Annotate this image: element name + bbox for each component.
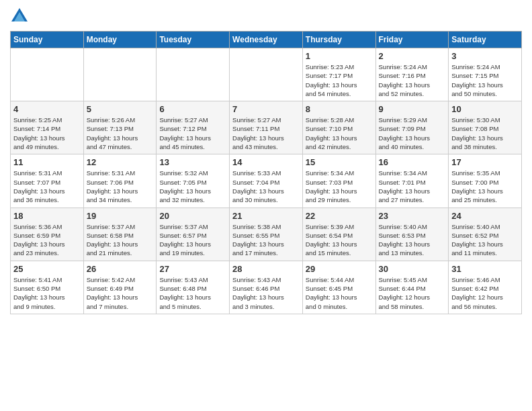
day-number: 29 xyxy=(306,264,373,274)
calendar-cell: 10Sunrise: 5:30 AM Sunset: 7:08 PM Dayli… xyxy=(449,101,522,154)
calendar-cell: 5Sunrise: 5:26 AM Sunset: 7:13 PM Daylig… xyxy=(83,101,157,154)
day-number: 15 xyxy=(306,157,373,167)
weekday-header-wednesday: Wednesday xyxy=(230,32,303,48)
day-detail: Sunrise: 5:32 AM Sunset: 7:05 PM Dayligh… xyxy=(159,169,226,204)
calendar-week-row: 1Sunrise: 5:23 AM Sunset: 7:17 PM Daylig… xyxy=(11,48,522,101)
calendar-cell: 4Sunrise: 5:25 AM Sunset: 7:14 PM Daylig… xyxy=(11,101,84,154)
day-detail: Sunrise: 5:24 AM Sunset: 7:15 PM Dayligh… xyxy=(451,62,519,98)
calendar-cell: 28Sunrise: 5:43 AM Sunset: 6:46 PM Dayli… xyxy=(230,261,303,314)
calendar-cell: 30Sunrise: 5:45 AM Sunset: 6:44 PM Dayli… xyxy=(375,261,449,314)
day-detail: Sunrise: 5:31 AM Sunset: 7:07 PM Dayligh… xyxy=(13,169,81,204)
calendar-cell: 19Sunrise: 5:37 AM Sunset: 6:58 PM Dayli… xyxy=(83,208,157,261)
day-detail: Sunrise: 5:27 AM Sunset: 7:11 PM Dayligh… xyxy=(232,116,300,151)
day-number: 31 xyxy=(451,264,519,274)
day-detail: Sunrise: 5:41 AM Sunset: 6:50 PM Dayligh… xyxy=(13,275,81,311)
day-detail: Sunrise: 5:44 AM Sunset: 6:45 PM Dayligh… xyxy=(306,275,373,311)
weekday-header-tuesday: Tuesday xyxy=(157,32,230,48)
day-number: 3 xyxy=(451,51,519,61)
logo xyxy=(10,7,32,26)
day-number: 16 xyxy=(379,157,446,167)
day-number: 12 xyxy=(87,157,154,167)
day-detail: Sunrise: 5:24 AM Sunset: 7:16 PM Dayligh… xyxy=(379,62,446,98)
calendar-cell xyxy=(83,48,157,101)
day-detail: Sunrise: 5:38 AM Sunset: 6:55 PM Dayligh… xyxy=(232,222,300,258)
weekday-header-saturday: Saturday xyxy=(449,32,522,48)
day-number: 8 xyxy=(306,104,373,114)
calendar-table: SundayMondayTuesdayWednesdayThursdayFrid… xyxy=(10,31,522,314)
day-number: 26 xyxy=(87,264,154,274)
calendar-cell: 15Sunrise: 5:34 AM Sunset: 7:03 PM Dayli… xyxy=(302,154,375,208)
day-number: 13 xyxy=(159,157,226,167)
day-number: 6 xyxy=(159,104,226,114)
day-number: 20 xyxy=(159,211,226,221)
day-number: 18 xyxy=(13,211,81,221)
calendar-cell xyxy=(230,48,303,101)
day-number: 27 xyxy=(159,264,226,274)
day-detail: Sunrise: 5:29 AM Sunset: 7:09 PM Dayligh… xyxy=(379,116,446,151)
day-number: 19 xyxy=(87,211,154,221)
calendar-cell: 6Sunrise: 5:27 AM Sunset: 7:12 PM Daylig… xyxy=(157,101,230,154)
calendar-cell: 18Sunrise: 5:36 AM Sunset: 6:59 PM Dayli… xyxy=(11,208,84,261)
calendar-cell: 26Sunrise: 5:42 AM Sunset: 6:49 PM Dayli… xyxy=(83,261,157,314)
calendar-cell: 29Sunrise: 5:44 AM Sunset: 6:45 PM Dayli… xyxy=(302,261,375,314)
day-detail: Sunrise: 5:35 AM Sunset: 7:00 PM Dayligh… xyxy=(451,169,519,204)
day-number: 21 xyxy=(232,211,300,221)
weekday-header-monday: Monday xyxy=(83,32,157,48)
calendar-cell: 16Sunrise: 5:34 AM Sunset: 7:01 PM Dayli… xyxy=(375,154,449,208)
day-number: 2 xyxy=(379,51,446,61)
day-detail: Sunrise: 5:40 AM Sunset: 6:52 PM Dayligh… xyxy=(451,222,519,258)
day-number: 14 xyxy=(232,157,300,167)
calendar-cell: 21Sunrise: 5:38 AM Sunset: 6:55 PM Dayli… xyxy=(230,208,303,261)
day-detail: Sunrise: 5:46 AM Sunset: 6:42 PM Dayligh… xyxy=(451,275,519,311)
day-detail: Sunrise: 5:33 AM Sunset: 7:04 PM Dayligh… xyxy=(232,169,300,204)
day-number: 10 xyxy=(451,104,519,114)
calendar-cell: 24Sunrise: 5:40 AM Sunset: 6:52 PM Dayli… xyxy=(449,208,522,261)
calendar-cell: 7Sunrise: 5:27 AM Sunset: 7:11 PM Daylig… xyxy=(230,101,303,154)
day-number: 28 xyxy=(232,264,300,274)
calendar-cell: 31Sunrise: 5:46 AM Sunset: 6:42 PM Dayli… xyxy=(449,261,522,314)
calendar-cell: 8Sunrise: 5:28 AM Sunset: 7:10 PM Daylig… xyxy=(302,101,375,154)
day-number: 23 xyxy=(379,211,446,221)
day-number: 1 xyxy=(306,51,373,61)
day-number: 11 xyxy=(13,157,81,167)
header xyxy=(10,7,522,26)
day-detail: Sunrise: 5:23 AM Sunset: 7:17 PM Dayligh… xyxy=(306,62,373,98)
day-number: 30 xyxy=(379,264,446,274)
calendar-cell: 22Sunrise: 5:39 AM Sunset: 6:54 PM Dayli… xyxy=(302,208,375,261)
calendar-cell: 1Sunrise: 5:23 AM Sunset: 7:17 PM Daylig… xyxy=(302,48,375,101)
calendar-cell: 3Sunrise: 5:24 AM Sunset: 7:15 PM Daylig… xyxy=(449,48,522,101)
day-detail: Sunrise: 5:30 AM Sunset: 7:08 PM Dayligh… xyxy=(451,116,519,151)
calendar-cell: 12Sunrise: 5:31 AM Sunset: 7:06 PM Dayli… xyxy=(83,154,157,208)
weekday-header-thursday: Thursday xyxy=(302,32,375,48)
calendar-cell xyxy=(157,48,230,101)
day-detail: Sunrise: 5:25 AM Sunset: 7:14 PM Dayligh… xyxy=(13,116,81,151)
day-number: 9 xyxy=(379,104,446,114)
day-detail: Sunrise: 5:28 AM Sunset: 7:10 PM Dayligh… xyxy=(306,116,373,151)
day-detail: Sunrise: 5:27 AM Sunset: 7:12 PM Dayligh… xyxy=(159,116,226,151)
day-number: 5 xyxy=(87,104,154,114)
calendar-cell: 14Sunrise: 5:33 AM Sunset: 7:04 PM Dayli… xyxy=(230,154,303,208)
calendar-cell: 11Sunrise: 5:31 AM Sunset: 7:07 PM Dayli… xyxy=(11,154,84,208)
day-number: 25 xyxy=(13,264,81,274)
day-number: 4 xyxy=(13,104,81,114)
page-container: SundayMondayTuesdayWednesdayThursdayFrid… xyxy=(0,0,532,321)
day-detail: Sunrise: 5:31 AM Sunset: 7:06 PM Dayligh… xyxy=(87,169,154,204)
day-number: 22 xyxy=(306,211,373,221)
calendar-cell: 27Sunrise: 5:43 AM Sunset: 6:48 PM Dayli… xyxy=(157,261,230,314)
calendar-cell: 2Sunrise: 5:24 AM Sunset: 7:16 PM Daylig… xyxy=(375,48,449,101)
calendar-cell: 25Sunrise: 5:41 AM Sunset: 6:50 PM Dayli… xyxy=(11,261,84,314)
calendar-week-row: 4Sunrise: 5:25 AM Sunset: 7:14 PM Daylig… xyxy=(11,101,522,154)
calendar-cell xyxy=(11,48,84,101)
day-detail: Sunrise: 5:43 AM Sunset: 6:46 PM Dayligh… xyxy=(232,275,300,311)
calendar-cell: 17Sunrise: 5:35 AM Sunset: 7:00 PM Dayli… xyxy=(449,154,522,208)
calendar-week-row: 11Sunrise: 5:31 AM Sunset: 7:07 PM Dayli… xyxy=(11,154,522,208)
day-detail: Sunrise: 5:45 AM Sunset: 6:44 PM Dayligh… xyxy=(379,275,446,311)
day-detail: Sunrise: 5:43 AM Sunset: 6:48 PM Dayligh… xyxy=(159,275,226,311)
weekday-header-friday: Friday xyxy=(375,32,449,48)
day-number: 17 xyxy=(451,157,519,167)
day-detail: Sunrise: 5:34 AM Sunset: 7:03 PM Dayligh… xyxy=(306,169,373,204)
weekday-header-sunday: Sunday xyxy=(11,32,84,48)
day-number: 7 xyxy=(232,104,300,114)
calendar-cell: 20Sunrise: 5:37 AM Sunset: 6:57 PM Dayli… xyxy=(157,208,230,261)
day-detail: Sunrise: 5:26 AM Sunset: 7:13 PM Dayligh… xyxy=(87,116,154,151)
